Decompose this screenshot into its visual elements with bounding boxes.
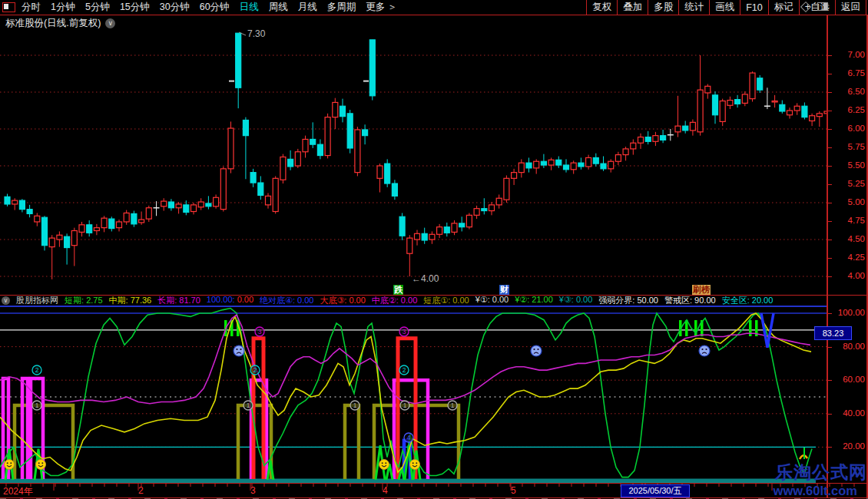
sad-eye [236, 349, 237, 350]
sad-eye [537, 349, 538, 350]
candle-body [429, 234, 435, 240]
marker-number: 3 [258, 328, 262, 335]
indicator-param: 大底③: 0.00 [320, 296, 365, 306]
candle-body [727, 101, 733, 106]
smiley-eye [41, 462, 43, 464]
price-axis-label: 7.00 [833, 50, 865, 60]
candle-body [690, 122, 695, 131]
low-price-annotation: ←4.00 [412, 273, 439, 284]
candle-body [705, 86, 711, 93]
candle-body [750, 73, 755, 99]
candle-body [228, 128, 234, 169]
indicator-chevron-icon[interactable]: ∨ [2, 296, 10, 305]
candle-body [586, 157, 591, 167]
candle-body [139, 220, 144, 223]
candle-body [392, 183, 397, 196]
period-menu-item[interactable]: 1分钟 [51, 1, 75, 14]
tools-menu-item[interactable]: 画线 [709, 0, 740, 15]
period-menu-item[interactable]: 60分钟 [200, 1, 230, 14]
tools-menu-item[interactable]: F10 [740, 0, 768, 15]
period-menu-item[interactable]: 多周期 [327, 1, 356, 14]
axis-tick [828, 203, 832, 203]
timeline-label: 2024年 [3, 485, 33, 498]
candle-body [184, 205, 189, 213]
tools-menu-item[interactable]: 统计 [678, 0, 709, 15]
tools-menu-item[interactable]: 多股 [648, 0, 678, 15]
period-menu-item[interactable]: 月线 [298, 1, 317, 14]
panel-layout-icon[interactable] [2, 2, 15, 12]
price-axis-label: 4.75 [833, 216, 865, 226]
period-menu-item[interactable]: 30分钟 [160, 1, 190, 14]
axis-tick [828, 92, 832, 93]
indicator-param: 短底①: 0.00 [423, 296, 469, 306]
axis-tick [828, 147, 832, 148]
indicator-param: 安全区: 20.00 [722, 296, 774, 306]
axis-tick [828, 184, 832, 185]
sad-face-icon [699, 345, 710, 356]
candle-body [518, 163, 524, 172]
axis-tick [828, 111, 832, 111]
candle-body [250, 173, 256, 183]
candle-body [556, 160, 562, 165]
candle-body [571, 163, 576, 170]
candle-body [638, 137, 644, 144]
tools-menu-item[interactable]: 返回 [835, 0, 866, 15]
period-menu-bar: 分时1分钟5分钟15分钟30分钟60分钟日线周线月线多周期更多 ＞ 复权叠加多股… [0, 0, 868, 15]
indicator-params: 短期: 2.75中期: 77.36长期: 81.70100.00: 0.00绝对… [65, 296, 773, 306]
candle-body [757, 78, 763, 90]
event-badge[interactable]: 刷榜 [692, 285, 711, 295]
candle-body [615, 155, 621, 162]
candle-body [198, 202, 204, 207]
period-menu-item[interactable]: 5分钟 [85, 1, 110, 14]
indicator-chart[interactable]: 21321132141 [0, 306, 827, 483]
sad-eye [533, 349, 535, 350]
tools-menu-item[interactable]: 叠加 [617, 0, 648, 15]
timeline-axis[interactable] [0, 483, 868, 499]
candle-body [168, 202, 174, 208]
candle-body [452, 223, 457, 233]
period-menu-item[interactable]: 周线 [269, 1, 288, 14]
period-menu-item[interactable]: 更多 ＞ [366, 1, 397, 14]
candle-body [422, 233, 427, 240]
candle-body [310, 139, 316, 144]
candle-body [42, 217, 48, 245]
diamond-icon[interactable] [800, 1, 811, 12]
candlestick-chart[interactable] [0, 15, 827, 296]
event-badge[interactable]: 财 [499, 285, 509, 295]
candle-body [325, 117, 330, 156]
candle-body [266, 196, 271, 205]
candle-body [534, 161, 539, 168]
indicator-param: 绝对底④: 0.00 [260, 296, 313, 306]
candle-body [340, 106, 346, 116]
candle-body [548, 160, 554, 165]
candle-body [489, 205, 495, 211]
tools-menu-item[interactable]: 标记 [768, 0, 799, 15]
candle-body [57, 235, 62, 240]
indicator-axis-label: 20.00 [833, 441, 865, 451]
candle-body [131, 213, 137, 223]
candle-body [526, 163, 532, 168]
period-menu-item[interactable]: 日线 [240, 1, 259, 14]
axis-tick [828, 447, 832, 448]
event-badge[interactable]: 跌 [393, 285, 403, 295]
candle-body [303, 139, 308, 151]
smiley-eye [416, 462, 417, 464]
marker-number: 2 [35, 366, 39, 374]
candle-body [101, 218, 107, 227]
candle-body [161, 201, 167, 207]
split-window-icon[interactable] [817, 2, 828, 11]
axis-border [827, 15, 828, 498]
crosshair-value-box: 83.23 [814, 326, 852, 340]
period-menu-item[interactable]: 分时 [22, 1, 41, 14]
period-menu-item[interactable]: 15分钟 [120, 1, 150, 14]
candle-body [601, 164, 606, 169]
period-menu: 分时1分钟5分钟15分钟30分钟60分钟日线周线月线多周期更多 ＞ [22, 1, 397, 14]
candle-body [124, 213, 129, 222]
tools-menu-item[interactable]: 复权 [586, 0, 617, 15]
smiley-eye [412, 462, 414, 464]
marker-number: 2 [253, 366, 257, 374]
sad-face-icon [234, 345, 244, 356]
price-axis-label: 5.25 [833, 179, 865, 189]
candle-body [564, 165, 569, 170]
axis-tick [828, 240, 832, 240]
